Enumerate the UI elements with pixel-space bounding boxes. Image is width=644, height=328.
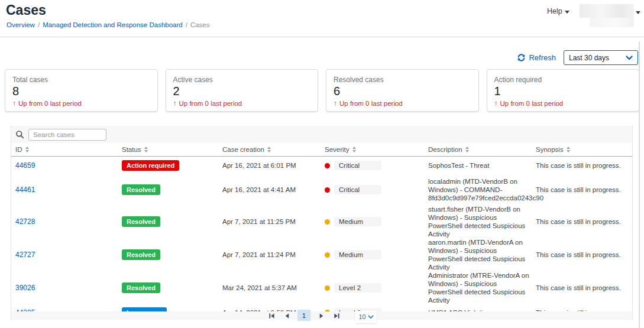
severity-label: Medium bbox=[334, 217, 381, 226]
synopsis-cell: This case is still in progress. bbox=[536, 162, 632, 169]
help-label: Help bbox=[547, 7, 562, 15]
search-input[interactable] bbox=[28, 129, 106, 141]
page-number-button[interactable]: 1 bbox=[297, 310, 310, 321]
breadcrumb-current: Cases bbox=[190, 21, 210, 28]
description-cell: Administrator (MTRE-VendorA on Windows) … bbox=[428, 271, 536, 304]
case-creation-cell: Mar 24, 2021 at 5:37 AM bbox=[222, 284, 325, 291]
case-id-link[interactable]: 39026 bbox=[15, 284, 35, 292]
breadcrumb-link-overview[interactable]: Overview bbox=[7, 21, 35, 28]
period-select[interactable]: Last 30 days bbox=[564, 50, 638, 65]
case-id-link[interactable]: 42727 bbox=[15, 251, 35, 259]
period-selected-value: Last 30 days bbox=[569, 54, 609, 62]
column-label: Case creation bbox=[222, 146, 264, 153]
severity-label: Level 2 bbox=[334, 283, 381, 293]
breadcrumb-separator: / bbox=[186, 21, 187, 28]
column-header-description[interactable]: Description bbox=[428, 146, 536, 153]
table-body: 44659 Action required Apr 16, 2021 at 6:… bbox=[11, 157, 632, 320]
case-creation-cell: Apr 16, 2021 at 4:41 AM bbox=[222, 186, 325, 193]
search-icon bbox=[15, 130, 24, 139]
sort-icon bbox=[567, 147, 570, 152]
severity-dot-icon bbox=[325, 163, 330, 168]
column-label: ID bbox=[15, 146, 22, 153]
up-arrow-icon: ↑ bbox=[173, 99, 177, 108]
column-header-status[interactable]: Status bbox=[122, 146, 222, 153]
case-id-link[interactable]: 44659 bbox=[15, 161, 35, 170]
table-search-bar bbox=[11, 126, 632, 143]
status-badge: Action required bbox=[122, 160, 179, 171]
synopsis-cell: This case is still in progress. bbox=[536, 251, 632, 258]
breadcrumb: Overview/Managed Detection and Response … bbox=[7, 21, 210, 28]
status-badge: Resolved bbox=[122, 282, 160, 293]
breadcrumb-separator: / bbox=[38, 21, 40, 28]
table-row: 42728 Resolved Apr 7, 2021 at 11:25 PM M… bbox=[11, 205, 632, 238]
status-badge: Resolved bbox=[122, 216, 160, 227]
column-header-synopsis[interactable]: Synopsis bbox=[536, 146, 632, 153]
severity-dot-icon bbox=[325, 187, 330, 193]
column-label: Description bbox=[428, 146, 462, 153]
stat-trend: ↑Up from 0 last period bbox=[12, 99, 150, 108]
column-header-case-creation[interactable]: Case creation bbox=[222, 146, 325, 153]
synopsis-cell: This case is still in progress. bbox=[536, 186, 632, 193]
column-label: Status bbox=[122, 146, 141, 153]
table-row: 42727 Resolved Apr 7, 2021 at 11:24 PM M… bbox=[11, 238, 632, 271]
previous-page-icon bbox=[284, 313, 290, 319]
case-creation-cell: Apr 7, 2021 at 11:24 PM bbox=[222, 251, 325, 258]
case-id-link[interactable]: 44461 bbox=[15, 186, 35, 194]
sort-icon bbox=[25, 147, 29, 152]
refresh-label: Refresh bbox=[529, 53, 556, 62]
stat-card-total-cases: Total cases 8 ↑Up from 0 last period bbox=[5, 69, 158, 112]
severity-dot-icon bbox=[325, 252, 330, 258]
stat-trend-text: Up from 0 last period bbox=[339, 100, 403, 107]
table-row: 39026 Resolved Mar 24, 2021 at 5:37 AM L… bbox=[11, 271, 632, 304]
severity-cell: Medium bbox=[325, 250, 428, 259]
breadcrumb-link-mdr-dashboard[interactable]: Managed Detection and Response Dashboard bbox=[43, 21, 183, 28]
next-page-button[interactable] bbox=[316, 311, 326, 321]
stat-value: 2 bbox=[173, 85, 311, 98]
stat-card-action-required: Action required 1 ↑Up from 0 last period bbox=[487, 69, 640, 112]
column-label: Severity bbox=[325, 146, 349, 153]
stat-trend: ↑Up from 0 last period bbox=[334, 99, 471, 108]
user-account-menu[interactable] bbox=[580, 4, 634, 18]
caret-down-icon bbox=[565, 11, 569, 14]
description-cell: stuart.fisher (MTD-VendorB on Windows) -… bbox=[428, 205, 536, 238]
severity-label: Medium bbox=[334, 250, 381, 259]
scrollbar[interactable] bbox=[639, 41, 640, 328]
up-arrow-icon: ↑ bbox=[12, 99, 16, 108]
stat-label: Action required bbox=[494, 76, 632, 84]
next-page-icon bbox=[318, 313, 325, 319]
previous-page-button[interactable] bbox=[282, 311, 292, 321]
first-page-icon bbox=[268, 313, 275, 319]
stat-value: 1 bbox=[494, 85, 632, 98]
table-header-row: ID Status Case creation Severity Descrip… bbox=[11, 143, 632, 157]
status-badge: Resolved bbox=[122, 184, 160, 195]
severity-dot-icon bbox=[325, 219, 330, 225]
last-page-icon bbox=[334, 313, 340, 319]
severity-dot-icon bbox=[325, 285, 330, 291]
table-row: 44461 Resolved Apr 16, 2021 at 4:41 AM C… bbox=[11, 174, 632, 205]
stat-label: Resolved cases bbox=[334, 76, 471, 84]
sort-icon bbox=[465, 147, 469, 152]
help-menu-button[interactable]: Help bbox=[547, 7, 569, 15]
column-header-id[interactable]: ID bbox=[15, 146, 122, 153]
first-page-button[interactable] bbox=[267, 311, 276, 321]
stat-cards-row: Total cases 8 ↑Up from 0 last period Act… bbox=[5, 69, 639, 112]
refresh-button[interactable]: Refresh bbox=[517, 53, 556, 62]
last-page-button[interactable] bbox=[332, 311, 341, 321]
user-menu-caret-down-icon[interactable] bbox=[636, 11, 640, 14]
refresh-icon bbox=[517, 53, 526, 62]
synopsis-cell: This case is still in progress. bbox=[536, 284, 632, 291]
stat-value: 6 bbox=[334, 85, 471, 98]
chevron-down-icon bbox=[626, 56, 633, 60]
chevron-down-icon bbox=[368, 315, 374, 319]
toolbar: Refresh Last 30 days bbox=[517, 50, 638, 65]
severity-cell: Critical bbox=[325, 185, 428, 194]
stat-card-active-cases: Active cases 2 ↑Up from 0 last period bbox=[166, 69, 319, 112]
severity-label: Critical bbox=[334, 161, 381, 170]
stat-label: Active cases bbox=[173, 76, 311, 84]
case-id-link[interactable]: 42728 bbox=[15, 217, 35, 226]
page-size-select[interactable]: 10 bbox=[355, 311, 377, 323]
case-creation-cell: Apr 16, 2021 at 6:01 PM bbox=[222, 162, 325, 169]
stat-value: 8 bbox=[12, 85, 150, 98]
status-badge: Resolved bbox=[122, 249, 160, 260]
column-header-severity[interactable]: Severity bbox=[325, 146, 428, 153]
